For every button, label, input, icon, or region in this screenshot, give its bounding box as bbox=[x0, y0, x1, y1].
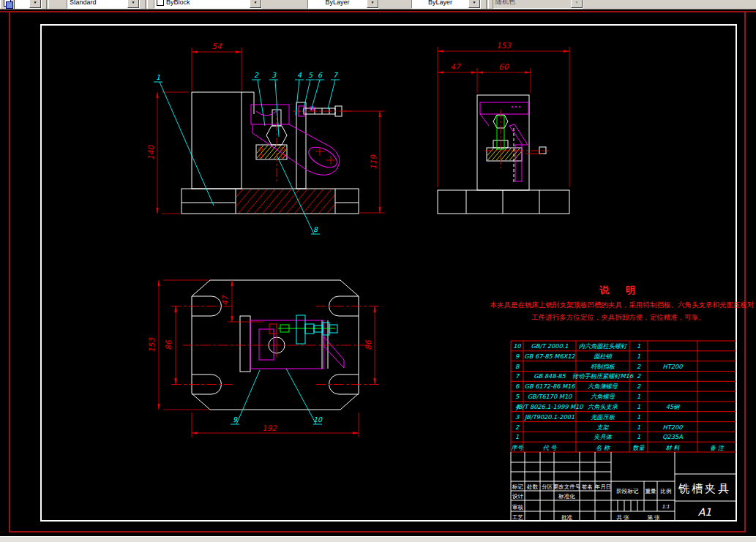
sheet-no-label: 第 张 bbox=[647, 514, 660, 521]
role-label-approve: 批准 bbox=[561, 514, 573, 521]
leader-label: 10 bbox=[313, 415, 323, 424]
bom-cell-text: 2 bbox=[637, 363, 641, 370]
bom-cell-text: 1 bbox=[637, 342, 640, 350]
dim-text: 192 bbox=[262, 424, 277, 432]
toolbar-separator bbox=[46, 0, 49, 9]
notes-line: 本夹具是在铣床上铣削支架顶板凹槽的夹具，采用特制挡板、六角头支承和光面压板对 bbox=[490, 301, 755, 309]
bom-cell-text: 夹具体 bbox=[594, 433, 612, 440]
weight-label: 重量 bbox=[645, 488, 657, 494]
leader-label: 7 bbox=[333, 71, 338, 79]
chevron-down-icon[interactable]: ▼ bbox=[127, 0, 139, 8]
bom-cell-text: GB 848-85 bbox=[534, 372, 566, 380]
toolbar-separator bbox=[486, 0, 489, 9]
side-view: 153 47 60 bbox=[438, 41, 569, 214]
bom-header-text: 名 称 bbox=[596, 444, 610, 451]
dim-text: 86 bbox=[164, 339, 173, 350]
bom-cell-text: 5 bbox=[515, 393, 520, 400]
text-style-value: Standard bbox=[67, 0, 127, 6]
toolbar-separator bbox=[145, 0, 148, 9]
bom-cell-text: 特制挡板 bbox=[591, 363, 615, 370]
bom-header-text: 数量 bbox=[632, 444, 645, 451]
dim-text: 140 bbox=[146, 145, 155, 160]
color-swatch bbox=[157, 0, 164, 6]
bom-cell-text: 1 bbox=[637, 433, 640, 440]
bom-cell-text: 2 bbox=[637, 372, 641, 380]
leader-label: 4 bbox=[297, 71, 302, 79]
color-value: ByBlock bbox=[166, 0, 190, 6]
bom-cell-text: 3 bbox=[515, 413, 520, 421]
bom-cell-text: 10 bbox=[513, 342, 521, 350]
clamp-strap bbox=[251, 105, 340, 175]
leader-label: 1 bbox=[156, 73, 160, 81]
bom-cell-text: 2 bbox=[515, 424, 520, 431]
leader-label: 3 bbox=[272, 71, 277, 79]
lineweight-value: ByLayer bbox=[412, 0, 468, 6]
bom-cell-text: GB/T6170 M10 bbox=[528, 393, 572, 400]
dim-text: 54 bbox=[212, 42, 222, 50]
dim-text: 86 bbox=[364, 339, 373, 350]
sheet-total-label: 共 张 bbox=[616, 514, 629, 521]
model-space-canvas[interactable]: 54 140 119 1 2 3 4 5 6 7 8 bbox=[0, 0, 756, 542]
bom-cell-text: 7 bbox=[515, 372, 520, 380]
bom-cell-text: 六角头支承 bbox=[587, 403, 618, 410]
dim-text: 60 bbox=[498, 62, 509, 71]
bom-cell-text: 光面压板 bbox=[591, 413, 615, 421]
chevron-down-icon: ▼ bbox=[571, 0, 583, 8]
lineweight-control-combo[interactable]: ByLayer ▼ bbox=[411, 0, 481, 9]
revision-header: 年月日 bbox=[594, 483, 612, 490]
scale-value: 1:1 bbox=[662, 503, 670, 510]
bom-cell-text: 1 bbox=[637, 424, 640, 431]
toolbar: ▼ Standard ▼ ByBlock ▼ ByLayer ▼ ByLayer… bbox=[0, 0, 756, 10]
revision-header: 处数 bbox=[526, 483, 539, 490]
bom-cell-text: 6 bbox=[515, 383, 520, 390]
bom-rows: 10GB/T 2000.1内六角圆柱头螺钉19GB 67-85 M6X12圆柱销… bbox=[511, 342, 724, 451]
bom-cell-text: Q235A bbox=[662, 433, 683, 440]
bom-cell-text: 1 bbox=[637, 403, 640, 410]
bom-cell-text: 9 bbox=[515, 353, 520, 360]
revision-header: 签名 bbox=[582, 483, 593, 490]
plotstyle-control-combo[interactable]: 随机色 ▼ bbox=[493, 0, 583, 9]
drawing-title: 铣槽夹具 bbox=[678, 482, 731, 495]
notes: 说 明 本夹具是在铣床上铣削支架顶板凹槽的夹具，采用特制挡板、六角头支承和光面压… bbox=[490, 285, 755, 321]
text-style-combo[interactable]: Standard ▼ bbox=[67, 0, 140, 9]
bom-header-text: 代 号 bbox=[543, 444, 558, 451]
bom-cell-text: GB 67-85 M6X12 bbox=[524, 353, 575, 360]
styles-manager-button[interactable] bbox=[0, 0, 15, 10]
role-label-design: 设计 bbox=[512, 493, 524, 500]
styles-icon bbox=[4, 0, 12, 7]
bom-cell-text: 支架 bbox=[596, 424, 609, 431]
bom-cell-text: 六角螺母 bbox=[590, 393, 615, 400]
color-control-combo[interactable]: ByBlock ▼ bbox=[154, 0, 262, 9]
plotstyle-value: 随机色 bbox=[493, 0, 571, 7]
role-label-process: 工艺 bbox=[512, 514, 524, 521]
linetype-control-combo[interactable]: ByLayer ▼ bbox=[307, 0, 379, 9]
role-label-standardization: 标准化 bbox=[558, 493, 575, 500]
leader-label: 6 bbox=[318, 71, 323, 79]
bom-cell-text: JB/T9020.1-2001 bbox=[524, 413, 575, 421]
revision-header: 更改文件号 bbox=[553, 483, 581, 490]
leader-label: 9 bbox=[233, 415, 238, 424]
bom-cell-text: 1 bbox=[637, 393, 640, 400]
bom-header-text: 序号 bbox=[511, 444, 523, 451]
fixture-body-plan bbox=[250, 320, 344, 369]
bom-cell-text: HT200 bbox=[663, 424, 684, 431]
chevron-down-icon[interactable]: ▼ bbox=[468, 0, 480, 8]
top-dimensions bbox=[159, 280, 375, 437]
role-label-review: 审核 bbox=[512, 504, 524, 511]
front-centerlines bbox=[220, 107, 351, 217]
bom-cell-text: 1 bbox=[637, 413, 640, 421]
chevron-down-icon[interactable]: ▼ bbox=[29, 0, 41, 8]
bom-cell-text: 六角薄螺母 bbox=[587, 383, 618, 390]
chevron-down-icon[interactable]: ▼ bbox=[250, 0, 261, 8]
top-view: 153 86 47 86 192 9 10 bbox=[147, 280, 379, 437]
revision-header: 标记 bbox=[512, 483, 524, 490]
bom-cell-text: 1 bbox=[637, 353, 640, 360]
chevron-down-icon[interactable]: ▼ bbox=[367, 0, 378, 8]
notes-line: 工件进行多方位定位，夹具拆卸方便，定位精准，可靠。 bbox=[531, 313, 706, 321]
bom-header-text: 材 料 bbox=[666, 444, 681, 451]
title-block: 标记 处数 分区 更改文件号 签名 年月日 设计 标准化 审核 工艺 批准 阶段… bbox=[511, 452, 736, 522]
bom-cell-text: 8 bbox=[515, 363, 520, 370]
bom-cell-text: GB 6172-86 M16 bbox=[525, 383, 576, 390]
side-centerlines bbox=[484, 110, 549, 168]
revision-header: 分区 bbox=[542, 483, 553, 490]
